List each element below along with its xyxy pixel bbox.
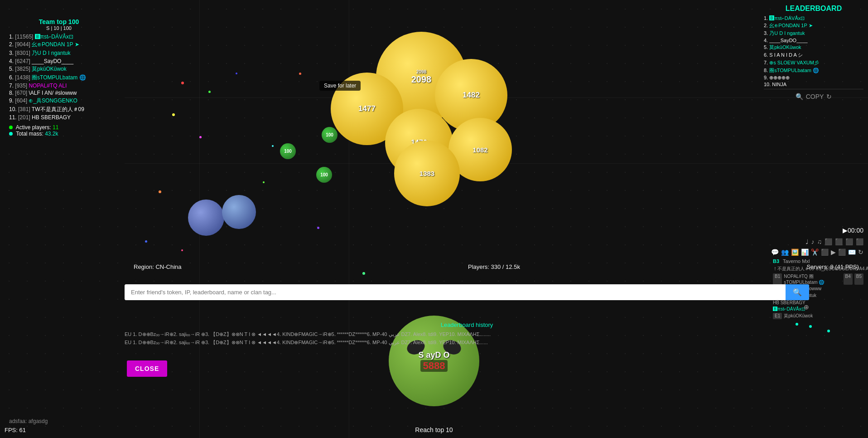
list-item: 1. [11565] 🅱πst⌐DÁVÅx⊡ (9, 34, 109, 40)
music-note-3[interactable]: ♫ (817, 238, 822, 245)
blob-score-1082: 1082 (473, 146, 487, 154)
total-mass-row: Total mass: 43.2k (9, 131, 109, 137)
left-leaderboard-list: 1. [11565] 🅱πst⌐DÁVÅx⊡ 2. [9044] 幺⊕PONDA… (9, 34, 109, 121)
list-item: 10. [381] TW不是真正的人＃09 (9, 106, 109, 113)
char-blob-left (188, 200, 224, 236)
blob-1383: 1383 (394, 141, 460, 206)
blob-score-2098: 2098 (411, 74, 432, 85)
panel-separator (764, 89, 863, 89)
e1-label[interactable]: E1 (773, 313, 782, 319)
list-item: 7. [935] NOPAL#TQ ALI (9, 83, 109, 89)
food-dot (299, 73, 301, 75)
tool-icon-2[interactable]: 👥 (781, 248, 789, 256)
tool-icon-4[interactable]: 📊 (801, 248, 809, 256)
b4-label[interactable]: B4 (844, 273, 853, 285)
tool-icon-6[interactable]: ⬛ (821, 248, 829, 256)
team-subtitle: S | 10 | 100 (9, 25, 109, 31)
refresh-right-icon[interactable]: ↻ (858, 248, 863, 256)
active-dot (9, 126, 13, 129)
reach-top-label: Reach top 10 (415, 426, 453, 433)
right-lb-list: 1. 🅱πst⌐DÁVÅx⊡ 2. 幺⊕PONDAN 1P ➤ 3. 乃U D … (764, 15, 863, 87)
main-blob-score: 5888 (420, 360, 448, 372)
nopal-label: NOPAL#TQ 圈sTOMPULbatam 🌐 (784, 273, 841, 285)
minimap-dots (773, 321, 863, 339)
food-dot (263, 181, 265, 183)
list-item: 5. [3825] 莫pkūOKūwok (9, 65, 109, 73)
list-item: 8. 圈sTOMPULbatam 🌐 (764, 67, 863, 74)
small-blob-100-3: 100 (316, 167, 332, 183)
list-item: 9. ⊕⊕⊕⊕⊕ (764, 75, 863, 81)
search-lb-icon[interactable]: 🔍 (796, 93, 803, 100)
left-panel: Team top 100 S | 10 | 100 1. [11565] 🅱πs… (9, 18, 109, 137)
b5-label[interactable]: B5 (854, 273, 863, 285)
list-item: 9. [604] ⊕_具SONGGENKO (9, 97, 109, 105)
food-dot (181, 249, 183, 251)
names-row1: ！不是真正的人＃09 ⊕s_具SONGGENKO A4 A5 (773, 266, 863, 272)
right-panel: LEADERBOARD 1. 🅱πst⌐DÁVÅx⊡ 2. 幺⊕PONDAN 1… (764, 5, 863, 100)
tool-icon-5[interactable]: ✂️ (811, 248, 819, 256)
close-button[interactable]: CLOSE (127, 360, 167, 377)
save-tooltip: Save for later (319, 81, 361, 91)
list-item: 3. [8301] 乃U D I ngantuk (9, 49, 109, 57)
blob-score-1383: 1383 (420, 170, 434, 177)
music-icon-6[interactable]: ⬛ (845, 238, 853, 245)
food-dot (317, 227, 319, 229)
team-title: Team top 100 (9, 18, 109, 25)
list-item: 4. [6247] ____SayDO____ (9, 58, 109, 64)
tool-icons-row: 💬 👥 🖼️ 📊 ✂️ ⬛ ▶ ⬛ ✉️ ↻ (771, 248, 863, 256)
list-item: 4. ____SayDO____ (764, 38, 863, 43)
b1-label[interactable]: B1 (773, 273, 782, 285)
list-item: 8. [670] \ALF I AN/ #slowww (9, 90, 109, 96)
tool-icon-7[interactable]: ▶ (831, 248, 836, 256)
timer-display: ▶00:00 (843, 227, 863, 234)
target-icon[interactable]: ⊕ (804, 303, 809, 311)
tool-icon-9[interactable]: ✉️ (848, 248, 856, 256)
list-item: 6. S I A N I D A シ (764, 52, 863, 58)
music-note-2[interactable]: ♪ (811, 238, 815, 245)
list-item: 6. [1438] 圈sTOMPULbatam 🌐 (9, 74, 109, 82)
main-blob-name: S ayD O (418, 350, 449, 360)
lb-history-area: Leaderboard history EU 1. D⊕⊕Bz₀₀→iR⊕2. … (125, 321, 809, 347)
copy-lb-button[interactable]: COPY (806, 93, 824, 100)
mass-dot (9, 132, 13, 136)
search-bar-container: 🔍 (125, 284, 809, 300)
fps-counter: FPS: 61 (5, 427, 26, 433)
food-dot (181, 82, 184, 84)
food-dot (199, 136, 202, 138)
food-dot (236, 73, 237, 74)
active-players-row: Active players: 11 (9, 124, 109, 131)
lb-history-row-1: EU 1. D⊕⊕Bz₀₀→iR⊕2. saji₀₀→iR ⊕3. 【D⊕Z】⊗… (125, 331, 809, 338)
list-item: 11. [201] HB SBERBAGY (9, 114, 109, 121)
music-icon-4[interactable]: ⬛ (825, 238, 832, 245)
list-item: 1. 🅱πst⌐DÁVÅx⊡ (764, 15, 863, 21)
music-icon-5[interactable]: ⬛ (835, 238, 843, 245)
tool-icon-3[interactable]: 🖼️ (791, 248, 799, 256)
music-note-1[interactable]: ♩ (805, 238, 809, 245)
list-item: 2. [9044] 幺⊕PONDAN 1P ➤ (9, 41, 109, 49)
tool-icon-8[interactable]: ⬛ (838, 248, 846, 256)
refresh-lb-icon[interactable]: ↻ (826, 93, 832, 100)
search-button[interactable]: 🔍 (786, 284, 809, 300)
list-item: 7. ⊕s SLOEW VAXUM彡 (764, 59, 863, 66)
search-input[interactable] (125, 284, 786, 300)
music-controls: ♩ ♪ ♫ ⬛ ⬛ ⬛ ⬛ (805, 238, 864, 245)
adsfaa-info: adsfaa: afgasdg (9, 418, 48, 424)
list-item: 5. 莫pkūOKūwok (764, 44, 863, 51)
blob-score-1482: 1482 (463, 91, 480, 100)
food-dot (362, 272, 365, 275)
food-dot (159, 190, 161, 193)
list-item: 2. 幺⊕PONDAN 1P ➤ (764, 22, 863, 29)
char-blob-right (222, 195, 256, 229)
blob-score-1477: 1477 (358, 104, 376, 113)
lb-history-row-2: EU 1. D⊕⊕Bz₀₀→iR⊕2. saji₀₀→iR ⊕3. 【D⊕Z】⊗… (125, 339, 809, 346)
blob-name-2098: 2098 (416, 69, 426, 74)
music-icon-7[interactable]: ⬛ (856, 238, 863, 245)
tool-icon-1[interactable]: 💬 (771, 248, 779, 256)
small-blob-100-2: 100 (280, 143, 296, 159)
lb-icons-row: 🔍 COPY ↻ (764, 93, 863, 100)
food-dot (145, 240, 147, 243)
food-dot (272, 145, 274, 147)
lb-history-title: Leaderboard history (125, 321, 809, 328)
lb-title: LEADERBOARD (764, 5, 863, 13)
search-area: 🔍 ⊕ (125, 284, 809, 311)
